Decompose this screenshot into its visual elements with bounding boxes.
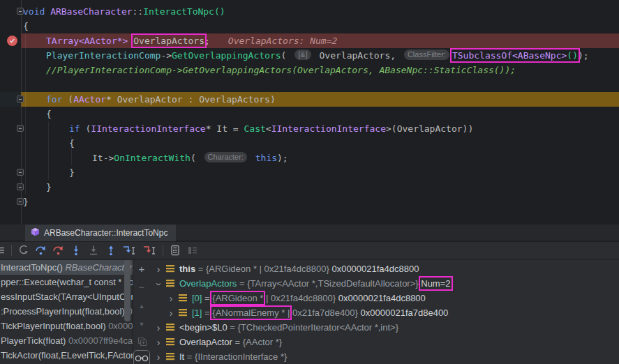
value-icon bbox=[166, 321, 175, 328]
debugger-tab-strip: ARBaseCharacter::InteractToNpc bbox=[0, 225, 619, 241]
stack-frame[interactable]: :ProcessPlayerInput(float,bool) 0x bbox=[0, 304, 133, 319]
add-watch-button[interactable]: + bbox=[134, 261, 149, 276]
debugger-frame-tab[interactable]: ARBaseCharacter::InteractToNpc bbox=[25, 225, 176, 241]
annotation-box: Num=2 bbox=[421, 278, 450, 289]
fold-marker[interactable] bbox=[17, 96, 24, 103]
value-icon bbox=[166, 335, 175, 343]
debugger-panel: InteractToNpc() RBaseCharacter. pper::Ex… bbox=[0, 259, 619, 364]
force-step-over-icon[interactable] bbox=[50, 243, 67, 258]
code-line[interactable]: } bbox=[23, 195, 29, 209]
rider-debug-window: void ARBaseCharacter::InteractToNpc() { … bbox=[0, 0, 619, 364]
annotation-box: OverlapActors bbox=[133, 36, 204, 46]
fold-marker[interactable] bbox=[17, 183, 24, 190]
step-over-icon[interactable] bbox=[32, 243, 50, 258]
parameter-name-hint: Character: bbox=[204, 152, 247, 162]
method-icon bbox=[31, 227, 40, 238]
chevron-right-icon[interactable]: › bbox=[166, 306, 176, 321]
annotation-box: {ANormalEnemy * | bbox=[212, 308, 290, 318]
frames-scrollbar[interactable] bbox=[124, 260, 130, 321]
chevron-right-icon[interactable]: › bbox=[154, 262, 163, 277]
chevron-down-icon[interactable]: › bbox=[151, 280, 166, 289]
move-watch-down-button[interactable]: ▼ bbox=[134, 317, 149, 332]
variable-row[interactable]: ›[1] = {ANormalEnemy * | 0x21fa7d8e400} … bbox=[166, 305, 448, 320]
layout-settings-icon[interactable] bbox=[184, 243, 201, 258]
annotation-box: {ARGideon * bbox=[212, 293, 263, 303]
variable-row[interactable]: ›[0] = {ARGideon * | 0x21fa4dc8800} 0x00… bbox=[166, 291, 426, 305]
indent-guide bbox=[48, 121, 49, 180]
chevron-right-icon[interactable]: › bbox=[154, 321, 163, 335]
list-icon[interactable] bbox=[0, 243, 8, 258]
code-line[interactable]: void ARBaseCharacter::InteractToNpc() bbox=[23, 4, 225, 19]
variable-row[interactable]: ›this = {ARGideon * | 0x21fa4dc8800} 0x0… bbox=[154, 261, 419, 276]
step-out-icon[interactable] bbox=[102, 243, 119, 258]
stack-frame[interactable]: InteractToNpc() RBaseCharacter. bbox=[0, 260, 133, 275]
frames-panel[interactable]: InteractToNpc() RBaseCharacter. pper::Ex… bbox=[0, 259, 133, 364]
code-line[interactable]: } bbox=[46, 180, 52, 195]
variable-row[interactable]: ›It = {IInteractionInterface *} bbox=[154, 349, 287, 364]
code-line[interactable]: //PlayerInteractionComp->GetOverlappingA… bbox=[46, 63, 516, 77]
run-to-cursor-icon[interactable] bbox=[119, 243, 140, 258]
code-line[interactable]: if (IInteractionInterface* It = Cast<IIn… bbox=[69, 121, 473, 136]
code-line[interactable]: } bbox=[69, 165, 75, 180]
variables-panel[interactable]: ›this = {ARGideon * | 0x21fa4dc8800} 0x0… bbox=[150, 259, 619, 364]
move-watch-up-button[interactable]: ▲ bbox=[134, 298, 149, 314]
code-line[interactable]: { bbox=[23, 19, 29, 33]
remove-watch-button[interactable]: − bbox=[134, 279, 149, 294]
fold-marker[interactable] bbox=[17, 125, 24, 132]
stack-frame[interactable]: TickActor(float,ELevelTick,FActor bbox=[0, 348, 133, 363]
stack-frame[interactable]: pper::Execute(wchar_t const * cor bbox=[0, 275, 133, 289]
show-execution-point-icon[interactable] bbox=[15, 243, 32, 258]
debug-toolbar bbox=[0, 242, 619, 259]
chevron-right-icon[interactable]: › bbox=[154, 350, 163, 364]
duplicate-watch-button[interactable] bbox=[134, 333, 149, 349]
value-icon bbox=[179, 291, 188, 299]
by-ref-hint: [&] bbox=[294, 50, 311, 60]
debugger-tab-label: ARBaseCharacter::InteractToNpc bbox=[44, 228, 167, 238]
code-line[interactable]: for (AActor* OverlapActor : OverlapActor… bbox=[46, 92, 276, 107]
fold-marker[interactable] bbox=[17, 169, 24, 176]
stack-frame[interactable]: essInputStack(TArray<UInputCor bbox=[0, 289, 133, 304]
step-into-icon[interactable] bbox=[67, 243, 84, 258]
stack-frame[interactable]: PlayerTick(float) 0x00007ff9e4ca89 bbox=[0, 333, 133, 348]
force-step-into-icon[interactable] bbox=[84, 243, 102, 258]
value-icon bbox=[166, 277, 175, 285]
stack-frame[interactable]: TickPlayerInput(float,bool) 0x0000 bbox=[0, 319, 133, 333]
code-line[interactable]: { bbox=[69, 136, 75, 151]
watches-toolbar: + − ▲ ▼ bbox=[133, 259, 150, 364]
show-watches-toggle[interactable] bbox=[133, 350, 150, 364]
chevron-right-icon[interactable]: › bbox=[166, 291, 176, 306]
code-line[interactable]: It->OnInteractWith( Character: this); bbox=[92, 151, 288, 165]
value-icon bbox=[166, 350, 175, 358]
annotation-box: TSubclassOf<ABaseNpc>() bbox=[452, 50, 578, 61]
force-run-to-cursor-icon[interactable] bbox=[140, 243, 160, 258]
evaluate-expression-icon[interactable] bbox=[166, 243, 184, 258]
code-line[interactable]: PlayerInteractionComp->GetOverlappingAct… bbox=[46, 48, 589, 63]
code-line[interactable]: { bbox=[46, 107, 52, 121]
breakpoint-icon[interactable] bbox=[7, 36, 17, 46]
variable-row[interactable]: ›<begin>$L0 = {TCheckedPointerIterator<A… bbox=[154, 320, 398, 335]
value-icon bbox=[179, 306, 188, 314]
code-editor[interactable]: void ARBaseCharacter::InteractToNpc() { … bbox=[0, 0, 619, 225]
variable-row[interactable]: ›OverlapActor = {AActor *} bbox=[154, 335, 282, 349]
inline-debugger-value: OverlapActors: Num=2 bbox=[228, 36, 338, 46]
chevron-right-icon[interactable]: › bbox=[154, 335, 163, 350]
toolbar-separator bbox=[163, 245, 163, 256]
parameter-name-hint: ClassFilter: bbox=[404, 50, 449, 60]
code-line[interactable]: TArray<AActor*> OverlapActors;OverlapAct… bbox=[46, 33, 337, 48]
indent-guide bbox=[25, 33, 26, 195]
value-icon bbox=[166, 262, 175, 270]
variable-row[interactable]: ›OverlapActors = {TArray<AActor *,TSized… bbox=[154, 276, 451, 291]
toolbar-separator bbox=[11, 245, 12, 256]
